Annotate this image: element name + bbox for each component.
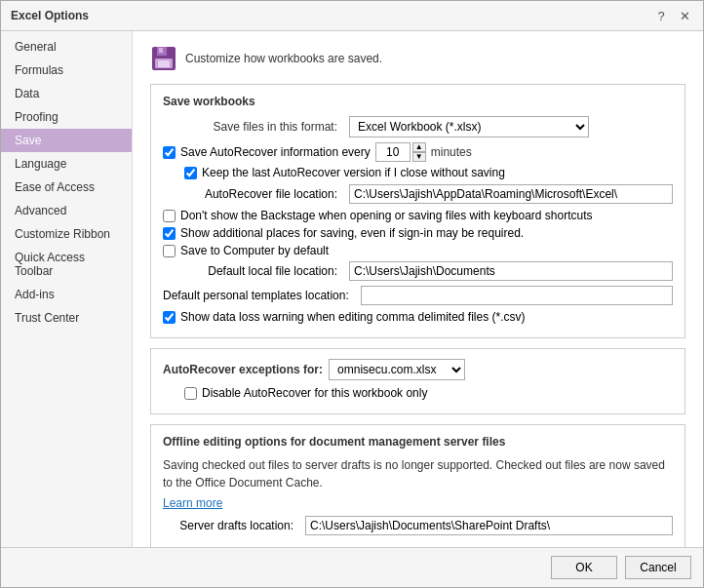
- disable-autorecover-label: Disable AutoRecover for this workbook on…: [202, 386, 427, 400]
- sidebar: General Formulas Data Proofing Save Lang…: [1, 31, 133, 547]
- show-data-loss-label: Show data loss warning when editing comm…: [180, 310, 526, 324]
- save-to-computer-checkbox[interactable]: [163, 245, 176, 257]
- main-content: Customize how workbooks are saved. Save …: [133, 31, 703, 547]
- save-icon: [150, 45, 177, 72]
- minutes-label: minutes: [431, 145, 472, 159]
- autorecover-checkbox[interactable]: [163, 146, 176, 159]
- show-data-loss-row: Show data loss warning when editing comm…: [163, 310, 673, 324]
- dont-show-backstage-row: Don't show the Backstage when opening or…: [163, 209, 673, 222]
- default-personal-label: Default personal templates location:: [163, 289, 355, 302]
- dialog-content: General Formulas Data Proofing Save Lang…: [1, 31, 703, 547]
- default-local-row: Default local file location: C:\Users\Ja…: [163, 261, 673, 281]
- dont-show-backstage-checkbox[interactable]: [163, 210, 176, 222]
- save-workbooks-title: Save workbooks: [163, 95, 673, 108]
- offline-editing-note: Saving checked out files to server draft…: [163, 456, 673, 491]
- format-label: Save files in this format:: [163, 120, 343, 134]
- server-drafts-label: Server drafts location:: [163, 519, 299, 532]
- offline-editing-group: Offline editing options for document man…: [150, 424, 685, 547]
- spinner-buttons: ▲ ▼: [412, 142, 426, 162]
- spinner-down[interactable]: ▼: [412, 152, 426, 162]
- save-workbooks-group: Save workbooks Save files in this format…: [150, 84, 685, 338]
- autorecover-location-row: AutoRecover file location: C:\Users\Jaji…: [163, 184, 673, 204]
- autorecover-exceptions-header-row: AutoRecover exceptions for: omnisecu.com…: [163, 359, 673, 380]
- section-header: Customize how workbooks are saved.: [150, 45, 685, 72]
- header-description: Customize how workbooks are saved.: [185, 52, 382, 65]
- sidebar-item-ease-of-access[interactable]: Ease of Access: [1, 176, 132, 199]
- autorecover-exceptions-group: AutoRecover exceptions for: omnisecu.com…: [150, 348, 685, 414]
- default-personal-row: Default personal templates location:: [163, 286, 673, 305]
- default-local-input[interactable]: C:\Users\Jajish\Documents: [349, 261, 673, 281]
- ok-button[interactable]: OK: [551, 556, 617, 579]
- autorecover-location-label: AutoRecover file location:: [163, 187, 343, 201]
- sidebar-item-proofing[interactable]: Proofing: [1, 105, 132, 129]
- show-data-loss-checkbox[interactable]: [163, 311, 176, 324]
- sidebar-item-trust-center[interactable]: Trust Center: [1, 306, 132, 330]
- keep-autorecover-row: Keep the last AutoRecover version if I c…: [163, 166, 673, 179]
- title-bar: Excel Options ? ✕: [1, 1, 703, 31]
- disable-autorecover-checkbox[interactable]: [184, 387, 197, 400]
- autorecover-minutes-input[interactable]: [375, 142, 411, 162]
- learn-more-link[interactable]: Learn more: [163, 496, 673, 510]
- autorecover-exceptions-select[interactable]: omnisecu.com.xlsx: [329, 359, 465, 380]
- autorecover-row: Save AutoRecover information every ▲ ▼ m…: [163, 142, 673, 162]
- server-drafts-input[interactable]: C:\Users\Jajish\Documents\SharePoint Dra…: [305, 516, 673, 535]
- show-additional-places-checkbox[interactable]: [163, 227, 176, 240]
- autorecover-exceptions-title: AutoRecover exceptions for:: [163, 363, 323, 376]
- save-to-computer-label: Save to Computer by default: [180, 244, 329, 257]
- format-select[interactable]: Excel Workbook (*.xlsx) Excel Macro-Enab…: [349, 116, 589, 137]
- title-bar-buttons: ? ✕: [652, 7, 693, 24]
- sidebar-item-save[interactable]: Save: [1, 129, 132, 152]
- autorecover-label: Save AutoRecover information every: [180, 145, 371, 159]
- offline-editing-title: Offline editing options for document man…: [163, 435, 673, 449]
- sidebar-item-data[interactable]: Data: [1, 82, 132, 105]
- format-row: Save files in this format: Excel Workboo…: [163, 116, 673, 137]
- dialog-title: Excel Options: [11, 9, 89, 22]
- show-additional-places-row: Show additional places for saving, even …: [163, 226, 673, 240]
- help-button[interactable]: ?: [652, 7, 670, 24]
- svg-rect-4: [158, 60, 170, 67]
- disable-autorecover-row: Disable AutoRecover for this workbook on…: [163, 386, 673, 400]
- cancel-button[interactable]: Cancel: [625, 556, 691, 579]
- excel-options-dialog: Excel Options ? ✕ General Formulas Data …: [0, 0, 704, 588]
- footer: OK Cancel: [1, 547, 703, 587]
- default-personal-input[interactable]: [361, 286, 673, 305]
- sidebar-item-advanced[interactable]: Advanced: [1, 199, 132, 222]
- spinner-up[interactable]: ▲: [412, 142, 426, 152]
- default-local-label: Default local file location:: [163, 264, 343, 278]
- svg-rect-2: [159, 48, 163, 53]
- keep-autorecover-label: Keep the last AutoRecover version if I c…: [202, 166, 505, 179]
- sidebar-item-customize-ribbon[interactable]: Customize Ribbon: [1, 222, 132, 246]
- close-button[interactable]: ✕: [676, 7, 693, 24]
- save-to-computer-row: Save to Computer by default: [163, 244, 673, 257]
- minutes-spinner: ▲ ▼: [375, 142, 426, 162]
- autorecover-location-input[interactable]: C:\Users\Jajish\AppData\Roaming\Microsof…: [349, 184, 673, 204]
- sidebar-item-formulas[interactable]: Formulas: [1, 59, 132, 82]
- sidebar-item-general[interactable]: General: [1, 35, 132, 59]
- keep-autorecover-checkbox[interactable]: [184, 167, 197, 179]
- show-additional-places-label: Show additional places for saving, even …: [180, 226, 524, 240]
- sidebar-item-language[interactable]: Language: [1, 152, 132, 176]
- sidebar-item-quick-access-toolbar[interactable]: Quick Access Toolbar: [1, 246, 132, 283]
- server-drafts-row: Server drafts location: C:\Users\Jajish\…: [163, 516, 673, 535]
- sidebar-item-add-ins[interactable]: Add-ins: [1, 283, 132, 306]
- dont-show-backstage-label: Don't show the Backstage when opening or…: [180, 209, 593, 222]
